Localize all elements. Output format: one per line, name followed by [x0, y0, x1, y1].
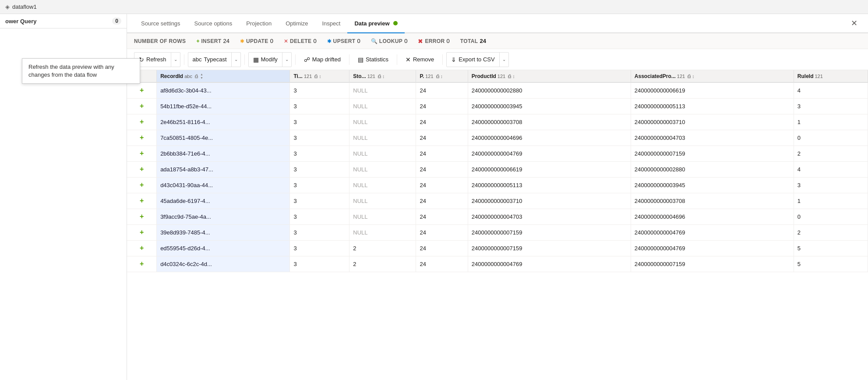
- cell-product-id: 2400000000007159: [468, 240, 631, 256]
- copy-icon-3[interactable]: ⎙: [378, 74, 381, 79]
- cell-ti: 3: [290, 240, 349, 256]
- typecast-dropdown-button[interactable]: ⌄: [231, 53, 240, 67]
- table-row: + 54b11fbe-d52e-44... 3 NULL 24 24000000…: [127, 98, 868, 114]
- chevron-down-icon-2: ⌄: [234, 57, 238, 62]
- refresh-btn-group: ↻ Refresh ⌄: [134, 52, 180, 67]
- row-action-btn[interactable]: +: [127, 224, 157, 240]
- row-action-btn[interactable]: +: [127, 146, 157, 161]
- copy-icon-6[interactable]: ⎙: [688, 74, 691, 79]
- cell-record-id: 39e8d939-7485-4...: [157, 224, 290, 240]
- row-action-btn[interactable]: +: [127, 82, 157, 98]
- tab-source-settings[interactable]: Source settings: [134, 14, 187, 33]
- cell-record-id: 7ca50851-4805-4e...: [157, 130, 290, 146]
- row-action-btn[interactable]: +: [127, 98, 157, 114]
- sort-asc-icon[interactable]: ▲▼: [200, 73, 203, 79]
- th-sto[interactable]: Sto... 121 ⎙ ↕: [349, 70, 416, 82]
- tab-projection[interactable]: Projection: [239, 14, 279, 33]
- cell-rule-id: 2: [794, 146, 868, 161]
- delete-count-item: ✕ DELETE 0: [284, 38, 317, 44]
- statistics-button[interactable]: ▤ Statistics: [353, 53, 393, 67]
- cell-ti: 3: [290, 177, 349, 193]
- tab-data-preview[interactable]: Data preview: [347, 14, 404, 33]
- chevron-down-icon-3: ⌄: [285, 57, 289, 62]
- tab-source-options[interactable]: Source options: [187, 14, 240, 33]
- map-drifted-icon: ☍: [304, 56, 310, 63]
- cell-sto: NULL: [349, 209, 416, 224]
- copy-icon-5[interactable]: ⎙: [508, 74, 511, 79]
- tab-optimize[interactable]: Optimize: [279, 14, 315, 33]
- cell-ti: 3: [290, 209, 349, 224]
- cell-sto: NULL: [349, 130, 416, 146]
- cell-record-id: 45ada6de-6197-4...: [157, 193, 290, 209]
- modify-btn-group: ▦ Modify ⌄: [248, 52, 292, 67]
- map-drifted-button[interactable]: ☍ Map drifted: [299, 53, 346, 67]
- row-action-btn[interactable]: +: [127, 240, 157, 256]
- th-ti[interactable]: Ti... 121 ⎙ ↕: [290, 70, 349, 82]
- cell-associated-pro: 2400000000004696: [631, 209, 794, 224]
- cell-associated-pro: 2400000000007159: [631, 256, 794, 272]
- table-row: + d4c0324c-6c2c-4d... 3 2 24 24000000000…: [127, 256, 868, 272]
- cell-record-id: d4c0324c-6c2c-4d...: [157, 256, 290, 272]
- refresh-tooltip: Refresh the data preview with any change…: [127, 58, 140, 84]
- cell-rule-id: 2: [794, 224, 868, 240]
- refresh-dropdown-button[interactable]: ⌄: [171, 53, 180, 67]
- th-rule-id[interactable]: RuleId 121: [794, 70, 868, 82]
- row-action-btn[interactable]: +: [127, 193, 157, 209]
- title-label: dataflow1: [12, 4, 37, 10]
- export-icon: ⇓: [451, 56, 456, 63]
- cell-product-id: 2400000000007159: [468, 224, 631, 240]
- sort-icon-2[interactable]: ↕: [319, 74, 321, 79]
- remove-button[interactable]: ✕ Remove: [401, 53, 439, 67]
- th-record-id[interactable]: RecordId abc ⎙ ▲▼: [157, 70, 290, 82]
- cell-associated-pro: 2400000000003945: [631, 177, 794, 193]
- row-action-btn[interactable]: +: [127, 114, 157, 130]
- row-action-btn[interactable]: +: [127, 177, 157, 193]
- number-of-rows-item: Number of rows: [134, 38, 186, 44]
- copy-icon-2[interactable]: ⎙: [314, 74, 318, 79]
- sort-icon-3[interactable]: ↕: [382, 74, 385, 79]
- cell-sto: NULL: [349, 114, 416, 130]
- modify-dropdown-button[interactable]: ⌄: [282, 53, 291, 67]
- sort-icon-4[interactable]: ↕: [441, 74, 443, 79]
- update-count-item: ✱ UPDATE 0: [240, 38, 273, 44]
- cell-rule-id: 5: [794, 240, 868, 256]
- typecast-button[interactable]: abc Typecast: [188, 53, 231, 67]
- cell-associated-pro: 2400000000003708: [631, 193, 794, 209]
- cell-p: 24: [416, 146, 468, 161]
- row-action-btn[interactable]: +: [127, 161, 157, 177]
- cell-record-id: ada18754-a8b3-47...: [157, 161, 290, 177]
- cell-rule-id: 0: [794, 130, 868, 146]
- sort-icon-6[interactable]: ↕: [692, 74, 695, 79]
- th-associated-pro[interactable]: AssociatedPro... 121 ⎙ ↕: [631, 70, 794, 82]
- row-action-btn[interactable]: +: [127, 130, 157, 146]
- sidebar-title: ower Query: [5, 18, 37, 25]
- copy-icon[interactable]: ⎙: [195, 74, 198, 79]
- row-action-btn[interactable]: +: [127, 209, 157, 224]
- cell-sto: NULL: [349, 146, 416, 161]
- sort-icon-5[interactable]: ↕: [512, 74, 515, 79]
- chevron-down-icon: ⌄: [174, 57, 177, 62]
- cell-rule-id: 4: [794, 82, 868, 98]
- row-action-btn[interactable]: +: [127, 256, 157, 272]
- copy-icon-4[interactable]: ⎙: [436, 74, 439, 79]
- cell-p: 24: [416, 98, 468, 114]
- cell-associated-pro: 2400000000006619: [631, 82, 794, 98]
- table-row: + 7ca50851-4805-4e... 3 NULL 24 24000000…: [127, 130, 868, 146]
- data-table: ▲▼ RecordId abc ⎙ ▲▼: [127, 70, 868, 272]
- cell-rule-id: 0: [794, 209, 868, 224]
- cell-p: 24: [416, 256, 468, 272]
- tab-inspect[interactable]: Inspect: [315, 14, 347, 33]
- th-product-id[interactable]: ProductId 121 ⎙ ↕: [468, 70, 631, 82]
- cell-ti: 3: [290, 98, 349, 114]
- modify-button[interactable]: ▦ Modify: [249, 53, 282, 67]
- toolbar-divider-4: [349, 54, 349, 65]
- export-csv-button[interactable]: ⇓ Export to CSV: [447, 53, 499, 67]
- export-csv-dropdown-button[interactable]: ⌄: [499, 53, 508, 67]
- cell-associated-pro: 2400000000002880: [631, 161, 794, 177]
- th-p[interactable]: P. 121 ⎙ ↕: [416, 70, 468, 82]
- lookup-count-item: 🔍 LOOKUP 0: [371, 38, 408, 44]
- cell-product-id: 2400000000006619: [468, 161, 631, 177]
- error-count-item: ✖ ERROR 0: [418, 38, 449, 45]
- table-row: + 39e8d939-7485-4... 3 NULL 24 240000000…: [127, 224, 868, 240]
- close-button[interactable]: ✕: [847, 18, 861, 28]
